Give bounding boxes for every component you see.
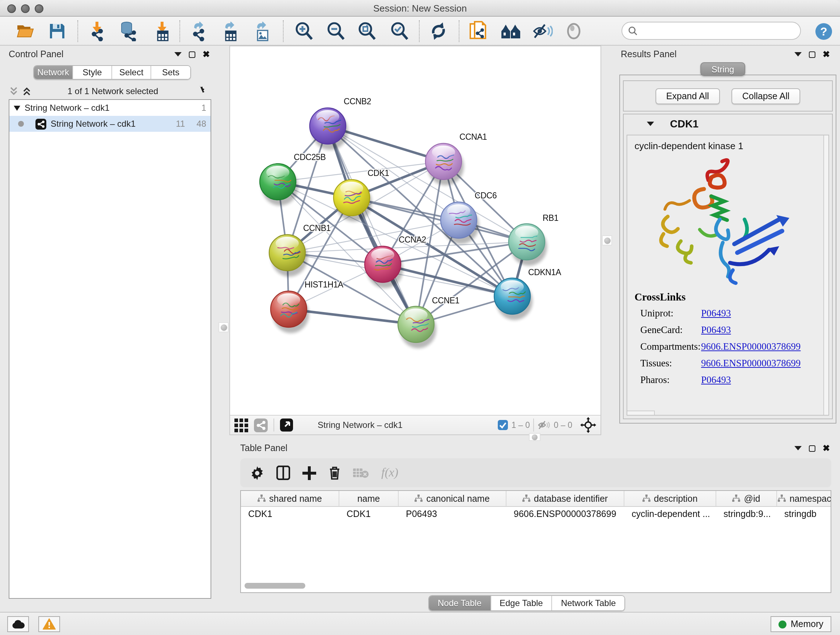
crosslink-link[interactable]: 9606.ENSP00000378699 — [701, 341, 801, 353]
network-canvas[interactable]: CCNB2CCNA1CDC25BCDK1CDC6RB1CCNB1CCNA2CDK… — [230, 46, 600, 415]
table-options-gear-icon[interactable] — [250, 466, 264, 480]
search-input[interactable] — [641, 26, 800, 36]
zoom-selected-icon[interactable] — [389, 21, 409, 41]
crosslink-link[interactable]: P06493 — [701, 374, 731, 386]
refresh-icon[interactable] — [428, 21, 448, 41]
node-CDC25B[interactable] — [260, 164, 298, 206]
tab-network-table[interactable]: Network Table — [553, 596, 625, 610]
tree-expand-icon[interactable] — [14, 105, 20, 111]
collapse-all-icon[interactable] — [9, 86, 19, 96]
column-header-@id[interactable]: @id — [716, 491, 777, 506]
selected-checkbox-icon[interactable] — [498, 420, 508, 430]
node-CCNB2[interactable] — [309, 108, 348, 150]
table-cell[interactable]: stringdb — [777, 507, 831, 521]
network-options-gear-icon[interactable] — [194, 86, 205, 97]
zoom-fit-icon[interactable] — [357, 21, 377, 41]
panel-close-icon[interactable]: ✖ — [823, 445, 830, 451]
tab-select[interactable]: Select — [112, 66, 151, 79]
tab-style[interactable]: Style — [73, 66, 112, 79]
expand-all-icon[interactable] — [22, 86, 32, 96]
table-cell[interactable]: P06493 — [399, 507, 507, 521]
crosslinks-title: CrossLinks — [635, 291, 801, 303]
collapse-all-button[interactable]: Collapse All — [731, 88, 801, 104]
save-session-icon[interactable] — [47, 21, 67, 41]
svg-text:?: ? — [820, 25, 827, 38]
column-header-namespace[interactable]: namespace — [777, 491, 831, 506]
warnings-button[interactable] — [38, 616, 60, 632]
column-header-shared-name[interactable]: shared name — [241, 491, 339, 506]
memory-status-dot — [778, 620, 786, 628]
export-table-icon[interactable] — [220, 21, 240, 41]
panel-collapse-icon[interactable] — [174, 52, 182, 57]
panel-collapse-icon[interactable] — [794, 446, 802, 450]
crosslink-link[interactable]: P06493 — [701, 325, 731, 336]
results-horizontal-scrollbar[interactable] — [627, 410, 655, 415]
string-home-icon[interactable] — [501, 21, 521, 41]
tab-node-table[interactable]: Node Table — [429, 596, 491, 610]
results-tab-string[interactable]: String — [700, 62, 745, 76]
node-RB1[interactable] — [508, 224, 547, 266]
grid-view-icon[interactable] — [234, 418, 248, 432]
cloud-status-button[interactable] — [7, 616, 29, 632]
export-network-icon[interactable] — [189, 21, 209, 41]
tab-network[interactable]: Network — [34, 66, 73, 79]
open-session-icon[interactable] — [15, 21, 35, 41]
zoom-out-icon[interactable] — [325, 21, 346, 41]
help-icon[interactable]: ? — [813, 21, 834, 41]
panel-close-icon[interactable]: ✖ — [202, 51, 210, 57]
node-CDC6[interactable] — [441, 202, 479, 244]
memory-button[interactable]: Memory — [771, 616, 831, 632]
gene-description: cyclin-dependent kinase 1 — [627, 135, 829, 151]
table-horizontal-scrollbar[interactable] — [245, 583, 305, 589]
share-document-icon[interactable] — [468, 21, 488, 41]
panel-float-icon[interactable] — [189, 51, 195, 57]
table-cell[interactable]: CDK1 — [339, 507, 399, 521]
import-network-file-icon[interactable] — [88, 21, 108, 41]
column-header-description[interactable]: description — [624, 491, 716, 506]
node-CCNA1[interactable] — [425, 143, 464, 185]
column-header-name[interactable]: name — [339, 491, 399, 506]
export-image-icon[interactable] — [252, 21, 272, 41]
hide-selected-icon[interactable] — [532, 21, 553, 41]
zoom-in-icon[interactable] — [294, 21, 314, 41]
column-header-database-identifier[interactable]: database identifier — [507, 491, 624, 506]
show-columns-icon[interactable] — [276, 466, 290, 480]
network-collection-row[interactable]: String Network – cdk1 1 — [9, 100, 210, 116]
delete-column-icon[interactable] — [328, 466, 341, 480]
tab-edge-table[interactable]: Edge Table — [491, 596, 553, 610]
selected-count: 1 – 0 — [512, 421, 530, 429]
table-cell[interactable]: cyclin-dependent ... — [624, 507, 716, 521]
table-cell[interactable]: stringdb:9... — [716, 507, 777, 521]
panel-close-icon[interactable]: ✖ — [823, 51, 830, 57]
left-splitter-handle[interactable] — [218, 322, 229, 333]
import-network-database-icon[interactable] — [118, 21, 139, 41]
results-vertical-scrollbar[interactable] — [823, 135, 829, 415]
table-cell[interactable]: CDK1 — [241, 507, 339, 521]
crosslink-link[interactable]: 9606.ENSP00000378699 — [701, 358, 801, 369]
main-toolbar: ? — [0, 17, 840, 46]
panel-float-icon[interactable] — [809, 51, 815, 57]
warning-icon — [43, 618, 56, 630]
node-CCNA2[interactable] — [365, 246, 403, 288]
panel-collapse-icon[interactable] — [794, 52, 802, 57]
import-table-icon[interactable] — [152, 21, 172, 41]
panel-float-icon[interactable] — [809, 445, 815, 451]
edge-CCNB2-CCNE1[interactable] — [328, 126, 416, 325]
center-view-icon[interactable] — [580, 417, 596, 433]
birdseye-view-icon[interactable] — [280, 418, 293, 432]
add-column-icon[interactable] — [302, 466, 316, 480]
section-collapse-icon[interactable] — [647, 122, 654, 126]
network-list-icon[interactable] — [254, 418, 268, 432]
expand-all-button[interactable]: Expand All — [655, 88, 720, 104]
node-CDKN1A[interactable] — [494, 278, 532, 320]
node-HIST1H1A[interactable] — [271, 291, 309, 333]
right-splitter-handle[interactable] — [602, 235, 612, 245]
column-header-canonical-name[interactable]: canonical name — [399, 491, 507, 506]
node-CDK1[interactable] — [333, 180, 372, 222]
network-row[interactable]: String Network – cdk1 11 48 — [9, 116, 210, 132]
table-cell[interactable]: 9606.ENSP00000378699 — [507, 507, 624, 521]
table-row[interactable]: CDK1CDK1P064939606.ENSP00000378699cyclin… — [241, 507, 831, 521]
crosslink-link[interactable]: P06493 — [701, 308, 731, 319]
show-all-icon[interactable] — [564, 21, 584, 41]
tab-sets[interactable]: Sets — [151, 66, 190, 79]
